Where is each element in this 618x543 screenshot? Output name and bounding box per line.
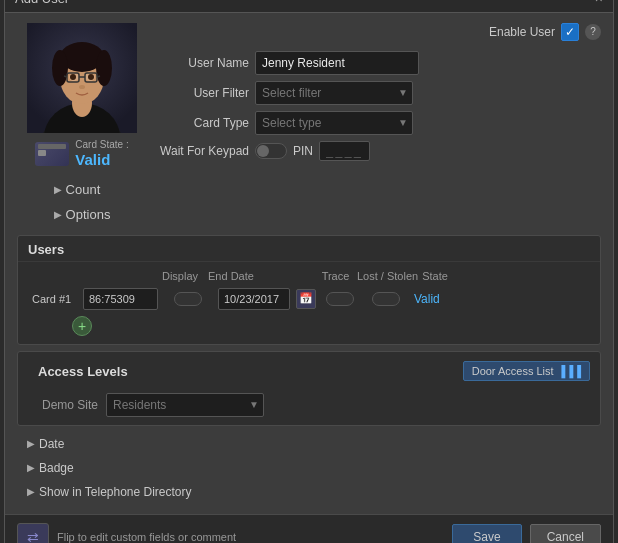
left-menu: ▶ Count ▶ Options: [50, 179, 115, 225]
card-state-value: Valid: [75, 151, 128, 169]
close-button[interactable]: ×: [595, 0, 603, 5]
badge-collapsible[interactable]: ▶ Badge: [17, 456, 601, 480]
state-value: Valid: [414, 292, 440, 306]
photo-panel: Card State : Valid ▶ Count ▶ Options: [17, 23, 147, 225]
card-row-1: Card #1 📅 Valid: [28, 286, 590, 312]
access-level-wrapper: Residents ▼: [106, 393, 264, 417]
right-panel: Enable User ✓ ? User Name User Filter Se…: [159, 23, 601, 225]
date-label: Date: [39, 437, 64, 451]
help-icon[interactable]: ?: [585, 24, 601, 40]
telephone-chevron: ▶: [27, 486, 35, 497]
door-access-list-button[interactable]: Door Access List ▐▐▐: [463, 361, 590, 381]
date-collapsible[interactable]: ▶ Date: [17, 432, 601, 456]
add-card-button[interactable]: +: [72, 316, 92, 336]
svg-point-18: [79, 85, 85, 89]
pin-label: PIN: [293, 144, 313, 158]
card-type-wrapper: Select type ▼: [255, 111, 413, 135]
footer-help-text: Flip to edit custom fields or comment: [57, 531, 444, 543]
access-level-select[interactable]: Residents: [106, 393, 264, 417]
date-chevron: ▶: [27, 438, 35, 449]
top-section: Card State : Valid ▶ Count ▶ Options: [17, 23, 601, 225]
user-filter-label: User Filter: [159, 86, 249, 100]
enable-user-checkbox[interactable]: ✓: [561, 23, 579, 41]
access-levels-header: Access Levels Door Access List ▐▐▐: [18, 352, 600, 389]
users-section-content: Display End Date Trace Lost / Stolen Sta…: [18, 262, 600, 344]
wait-for-keypad-label: Wait For Keypad: [159, 144, 249, 158]
options-menu-item[interactable]: ▶ Options: [50, 204, 115, 225]
dialog-title: Add User: [15, 0, 69, 6]
svg-line-15: [97, 76, 100, 77]
telephone-collapsible[interactable]: ▶ Show in Telephone Directory: [17, 480, 601, 504]
user-filter-row: User Filter Select filter ▼: [159, 81, 601, 105]
flip-button[interactable]: ⇄: [17, 523, 49, 544]
toggle-knob: [257, 145, 269, 157]
svg-point-17: [88, 74, 94, 80]
enable-user-row: Enable User ✓ ?: [159, 23, 601, 41]
options-label: Options: [66, 207, 111, 222]
demo-site-label: Demo Site: [28, 398, 98, 412]
users-table-header: Display End Date Trace Lost / Stolen Sta…: [28, 270, 590, 286]
trace-toggle[interactable]: [326, 292, 354, 306]
display-toggle[interactable]: [174, 292, 202, 306]
save-button[interactable]: Save: [452, 524, 521, 544]
cancel-button[interactable]: Cancel: [530, 524, 601, 544]
telephone-label: Show in Telephone Directory: [39, 485, 192, 499]
keypad-row: Wait For Keypad PIN ____: [159, 141, 601, 161]
end-date-input[interactable]: [218, 288, 290, 310]
user-filter-wrapper: Select filter ▼: [255, 81, 413, 105]
dialog-footer: ⇄ Flip to edit custom fields or comment …: [5, 514, 613, 544]
count-label: Count: [66, 182, 101, 197]
bar-chart-icon: ▐▐▐: [558, 365, 581, 377]
lost-stolen-toggle[interactable]: [372, 292, 400, 306]
door-access-btn-label: Door Access List: [472, 365, 554, 377]
card-state-label: Card State :: [75, 139, 128, 151]
col-enddate-header: End Date: [208, 270, 286, 282]
user-photo: [27, 23, 137, 133]
count-menu-item[interactable]: ▶ Count: [50, 179, 115, 200]
dialog-body: Card State : Valid ▶ Count ▶ Options: [5, 13, 613, 514]
svg-point-7: [52, 50, 68, 86]
users-section: Users Display End Date Trace Lost / Stol…: [17, 235, 601, 345]
badge-chevron: ▶: [27, 462, 35, 473]
col-loststolen-header: Lost / Stolen: [357, 270, 418, 282]
users-section-title: Users: [18, 236, 600, 262]
card-number-input[interactable]: [83, 288, 158, 310]
dialog-header: Add User ×: [5, 0, 613, 13]
col-trace-header: Trace: [318, 270, 353, 282]
enable-user-label: Enable User: [489, 25, 555, 39]
svg-point-8: [96, 50, 112, 86]
pin-value: ____: [319, 141, 370, 161]
options-chevron: ▶: [54, 209, 62, 220]
card-state-area: Card State : Valid: [35, 139, 128, 169]
access-levels-section: Access Levels Door Access List ▐▐▐ Demo …: [17, 351, 601, 426]
user-name-label: User Name: [159, 56, 249, 70]
svg-point-16: [70, 74, 76, 80]
svg-line-14: [64, 76, 67, 77]
card-type-row: Card Type Select type ▼: [159, 111, 601, 135]
calendar-icon[interactable]: 📅: [296, 289, 316, 309]
access-row: Demo Site Residents ▼: [18, 389, 600, 425]
user-name-input[interactable]: [255, 51, 419, 75]
col-state-header: State: [422, 270, 462, 282]
count-chevron: ▶: [54, 184, 62, 195]
badge-label: Badge: [39, 461, 74, 475]
card-1-label: Card #1: [32, 293, 77, 305]
add-user-dialog: Add User ×: [4, 0, 614, 543]
user-filter-select[interactable]: Select filter: [255, 81, 413, 105]
col-display-header: Display: [156, 270, 204, 282]
card-type-select[interactable]: Select type: [255, 111, 413, 135]
access-levels-title: Access Levels: [28, 358, 138, 385]
wait-keypad-toggle[interactable]: [255, 143, 287, 159]
card-type-label: Card Type: [159, 116, 249, 130]
card-icon: [35, 142, 69, 166]
card-state-text: Card State : Valid: [75, 139, 128, 169]
user-name-row: User Name: [159, 51, 601, 75]
